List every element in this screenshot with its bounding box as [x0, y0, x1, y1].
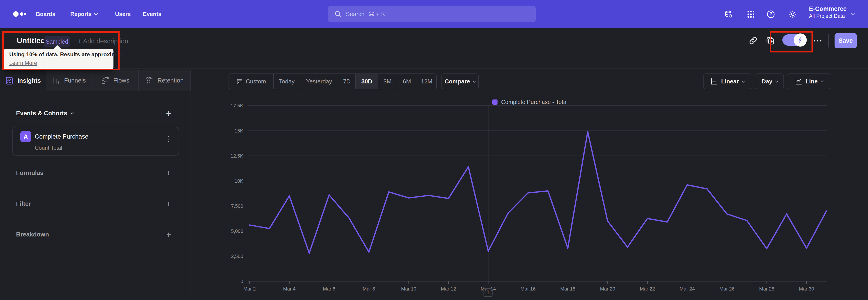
funnels-icon	[52, 76, 60, 85]
chart-type-line-button[interactable]: Line	[788, 73, 830, 89]
toggle-knob	[794, 33, 807, 47]
sidebar-divider	[191, 68, 191, 300]
chevron-down-icon	[820, 79, 824, 83]
calendar-icon	[236, 78, 243, 85]
search-placeholder: Search	[346, 11, 364, 18]
apps-grid-icon[interactable]	[746, 10, 755, 19]
add-description[interactable]: + Add description...	[78, 37, 133, 45]
top-navbar: Boards Reports Users Events Search ⌘ + K	[0, 0, 868, 28]
event-card[interactable]: A Complete Purchase Count Total ⋮	[12, 127, 179, 155]
range-30d-active[interactable]: 30D	[356, 74, 378, 89]
nav-item-users[interactable]: Users	[115, 0, 131, 28]
insights-icon	[5, 76, 14, 85]
titlebar-divider	[0, 68, 868, 68]
chart-legend[interactable]: Complete Purchase - Total	[492, 99, 567, 106]
range-today[interactable]: Today	[274, 74, 300, 89]
range-yesterday[interactable]: Yesterday	[300, 74, 338, 89]
retention-icon	[145, 76, 154, 85]
series-line	[250, 131, 827, 253]
x-axis-label: Mar 28	[759, 286, 774, 292]
more-options-button[interactable]: ⋯	[811, 33, 825, 49]
duplicate-icon[interactable]	[765, 36, 775, 46]
linear-axis-icon	[710, 78, 718, 85]
tab-insights[interactable]: Insights	[0, 70, 46, 91]
nav-item-boards[interactable]: Boards	[36, 0, 55, 28]
titlebar-vertical-divider	[828, 34, 829, 48]
range-custom[interactable]: Custom	[229, 74, 274, 89]
range-7d[interactable]: 7D	[338, 74, 356, 89]
search-icon	[334, 10, 342, 18]
tab-funnels[interactable]: Funnels	[46, 70, 92, 91]
pagination-page-button[interactable]: 1	[484, 288, 493, 297]
lightning-bolt-icon	[797, 37, 804, 43]
project-name: E-Commerce	[809, 5, 847, 13]
nav-item-reports[interactable]: Reports	[70, 0, 97, 28]
x-axis-label: Mar 4	[283, 286, 296, 292]
x-axis-label: Mar 18	[560, 286, 576, 292]
x-axis-label: Mar 30	[799, 286, 814, 292]
compare-button[interactable]: Compare	[441, 73, 479, 89]
y-axis-label: 5,000	[231, 229, 243, 234]
search-input[interactable]: Search ⌘ + K	[328, 6, 536, 22]
scale-linear-button[interactable]: Linear	[704, 73, 751, 89]
search-shortcut: ⌘ + K	[368, 11, 385, 18]
y-axis-label: 10K	[235, 178, 243, 184]
range-3m[interactable]: 3M	[378, 74, 397, 89]
add-filter-button[interactable]: +	[162, 198, 176, 211]
help-icon[interactable]	[766, 10, 775, 19]
add-breakdown-button[interactable]: +	[162, 228, 176, 241]
section-formulas[interactable]: Formulas	[16, 170, 43, 177]
x-axis-label: Mar 6	[323, 286, 336, 292]
sampling-tooltip: Using 10% of data. Results are approxima…	[4, 49, 114, 70]
event-kebab-menu-icon[interactable]: ⋮	[164, 133, 173, 144]
chevron-down-icon	[473, 79, 476, 83]
x-axis-label: Mar 22	[640, 286, 655, 292]
learn-more-link[interactable]: Learn More	[9, 60, 37, 66]
chevron-down-icon	[741, 79, 745, 83]
y-axis-label: 17.5K	[230, 103, 243, 109]
add-event-button[interactable]: +	[162, 107, 176, 120]
report-title[interactable]: Untitled	[17, 36, 45, 45]
copy-link-icon[interactable]	[748, 36, 758, 46]
tab-retention[interactable]: Retention	[139, 70, 191, 91]
settings-gear-icon[interactable]	[788, 10, 797, 19]
tab-flows[interactable]: Flows	[92, 70, 139, 91]
chevron-down-icon	[775, 79, 779, 83]
event-metric[interactable]: Count Total	[35, 145, 62, 151]
interval-day-button[interactable]: Day	[756, 73, 784, 89]
range-12m[interactable]: 12M	[417, 74, 436, 89]
x-axis-label: Mar 2	[243, 286, 256, 292]
x-axis-label: Mar 26	[719, 286, 735, 292]
data-management-icon[interactable]	[724, 10, 733, 19]
x-axis-label: Mar 16	[521, 286, 536, 292]
y-axis-label: 2,500	[231, 254, 243, 259]
legend-swatch	[492, 99, 498, 105]
spark-sampling-toggle[interactable]	[782, 34, 804, 46]
event-letter-badge: A	[20, 131, 31, 142]
project-switcher[interactable]: E-Commerce All Project Data	[809, 5, 847, 20]
nav-item-events[interactable]: Events	[143, 0, 161, 28]
add-formula-button[interactable]: +	[162, 167, 176, 180]
x-axis-label: Mar 20	[600, 286, 615, 292]
x-axis-label: Mar 24	[680, 286, 695, 292]
event-name[interactable]: Complete Purchase	[35, 133, 88, 140]
tooltip-text: Using 10% of data. Results are approxima…	[9, 51, 126, 58]
y-axis-label: 0	[241, 279, 243, 284]
project-chevron-down-icon[interactable]	[851, 11, 855, 15]
chevron-down-icon	[70, 111, 74, 115]
project-scope: All Project Data	[809, 13, 847, 20]
y-axis-label: 12.5K	[230, 153, 243, 159]
line-chart-icon	[795, 78, 802, 85]
range-6m[interactable]: 6M	[397, 74, 417, 89]
events-cohorts-header[interactable]: Events & Cohorts	[16, 110, 73, 117]
mixpanel-logo-icon[interactable]	[10, 9, 29, 19]
section-breakdown[interactable]: Breakdown	[16, 231, 49, 238]
save-button[interactable]: Save	[835, 33, 857, 48]
y-axis-label: 15K	[235, 128, 243, 133]
legend-label: Complete Purchase - Total	[501, 99, 567, 106]
x-axis-label: Mar 12	[441, 286, 456, 292]
x-axis-label: Mar 8	[363, 286, 375, 292]
chevron-down-icon	[94, 11, 98, 15]
flows-icon	[101, 76, 110, 85]
section-filter[interactable]: Filter	[16, 201, 31, 208]
